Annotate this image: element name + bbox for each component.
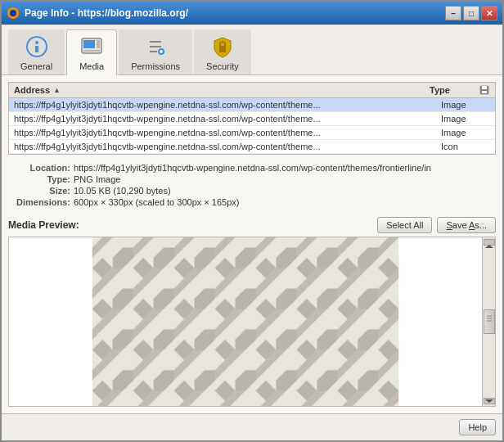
- dimensions-value: 600px × 330px (scaled to 300px × 165px): [74, 197, 239, 207]
- svg-rect-18: [482, 91, 487, 93]
- row-address: https://ffp4g1ylyit3jdyti1hqcvtb-wpengin…: [14, 142, 441, 151]
- table-row[interactable]: https://ffp4g1ylyit3jdyti1hqcvtb-wpengin…: [9, 98, 495, 112]
- select-all-button[interactable]: Select All: [377, 217, 432, 233]
- type-value: PNG Image: [74, 174, 120, 184]
- svg-rect-4: [35, 46, 38, 52]
- row-type: Image: [441, 128, 490, 138]
- svg-rect-15: [219, 46, 226, 52]
- tab-media[interactable]: Media: [66, 29, 117, 75]
- preview-header: Media Preview: Select All Save As...: [8, 217, 496, 233]
- preview-section: Media Preview: Select All Save As...: [8, 217, 496, 407]
- svg-marker-25: [485, 245, 493, 248]
- security-icon: [209, 34, 236, 60]
- table-row[interactable]: https://ffp4g1ylyit3jdyti1hqcvtb-wpengin…: [9, 112, 495, 126]
- tab-media-label: Media: [79, 61, 104, 71]
- svg-point-3: [35, 41, 38, 44]
- scrollbar-up-button[interactable]: [484, 239, 495, 246]
- address-column-header: Address ▲: [14, 85, 430, 95]
- location-row: Location: https://ffp4g1ylyit3jdyti1hqcv…: [11, 163, 493, 173]
- window-title: Page Info - https://blog.mozilla.org/: [25, 7, 188, 19]
- title-controls: – □ ✕: [445, 6, 497, 20]
- info-section: Location: https://ffp4g1ylyit3jdyti1hqcv…: [8, 160, 496, 212]
- tab-bar: General Media: [2, 25, 502, 75]
- row-address: https://ffp4g1ylyit3jdyti1hqcvtb-wpengin…: [14, 128, 441, 138]
- dimensions-row: Dimensions: 600px × 330px (scaled to 300…: [11, 197, 493, 207]
- preview-image: [9, 237, 482, 406]
- table-row[interactable]: https://ffp4g1ylyit3jdyti1hqcvtb-wpengin…: [9, 126, 495, 140]
- row-address: https://ffp4g1ylyit3jdyti1hqcvtb-wpengin…: [14, 100, 441, 110]
- svg-rect-7: [97, 40, 100, 48]
- dimensions-label: Dimensions:: [11, 197, 70, 207]
- tab-security[interactable]: Security: [194, 29, 251, 74]
- bottom-bar: Help: [2, 413, 502, 440]
- type-label: Type:: [11, 174, 70, 184]
- media-icon: [79, 34, 105, 60]
- save-as-button[interactable]: Save As...: [437, 217, 496, 233]
- main-content: Address ▲ Type https://ffp4g1ylyit3jdyti…: [2, 75, 502, 413]
- svg-marker-29: [485, 399, 493, 403]
- type-row: Type: PNG Image: [11, 174, 493, 184]
- help-button[interactable]: Help: [459, 419, 496, 435]
- sort-icon: ▲: [53, 86, 61, 94]
- permissions-icon: [142, 34, 169, 60]
- size-label: Size:: [11, 186, 70, 196]
- tab-general-label: General: [20, 61, 52, 71]
- svg-rect-17: [482, 86, 487, 89]
- location-label: Location:: [11, 163, 70, 173]
- svg-rect-8: [83, 50, 100, 52]
- row-type: Image: [441, 100, 490, 110]
- type-column-header: Type: [430, 85, 479, 95]
- tab-permissions-label: Permissions: [131, 61, 180, 71]
- firefox-icon: [7, 7, 20, 20]
- size-value: 10.05 KB (10,290 bytes): [74, 186, 171, 196]
- save-column-icon: [479, 85, 490, 95]
- scrollbar-thumb[interactable]: [484, 309, 495, 334]
- page-info-window: Page Info - https://blog.mozilla.org/ – …: [0, 0, 504, 442]
- close-button[interactable]: ✕: [481, 6, 497, 20]
- table-body: https://ffp4g1ylyit3jdyti1hqcvtb-wpengin…: [9, 98, 495, 154]
- scrollbar-down-button[interactable]: [484, 398, 495, 404]
- row-type: Image: [441, 114, 490, 124]
- title-bar: Page Info - https://blog.mozilla.org/ – …: [2, 2, 502, 25]
- size-row: Size: 10.05 KB (10,290 bytes): [11, 186, 493, 196]
- preview-label: Media Preview:: [8, 219, 79, 231]
- svg-point-1: [10, 10, 16, 16]
- tab-permissions[interactable]: Permissions: [119, 29, 192, 74]
- tab-security-label: Security: [206, 61, 239, 71]
- preview-container: [8, 237, 496, 407]
- general-icon: [24, 34, 50, 60]
- row-type: Icon: [441, 142, 490, 151]
- preview-scrollbar[interactable]: [482, 237, 495, 406]
- title-bar-left: Page Info - https://blog.mozilla.org/: [7, 7, 188, 20]
- table-header: Address ▲ Type: [9, 83, 495, 98]
- location-value: https://ffp4g1ylyit3jdyti1hqcvtb-wpengin…: [74, 163, 431, 173]
- minimize-button[interactable]: –: [445, 6, 461, 20]
- preview-buttons: Select All Save As...: [377, 217, 496, 233]
- maximize-button[interactable]: □: [463, 6, 479, 20]
- tab-general[interactable]: General: [8, 29, 65, 74]
- row-address: https://ffp4g1ylyit3jdyti1hqcvtb-wpengin…: [14, 114, 441, 124]
- media-table: Address ▲ Type https://ffp4g1ylyit3jdyti…: [8, 82, 496, 155]
- table-row[interactable]: https://ffp4g1ylyit3jdyti1hqcvtb-wpengin…: [9, 140, 495, 154]
- svg-rect-6: [83, 40, 95, 48]
- svg-rect-24: [92, 237, 399, 406]
